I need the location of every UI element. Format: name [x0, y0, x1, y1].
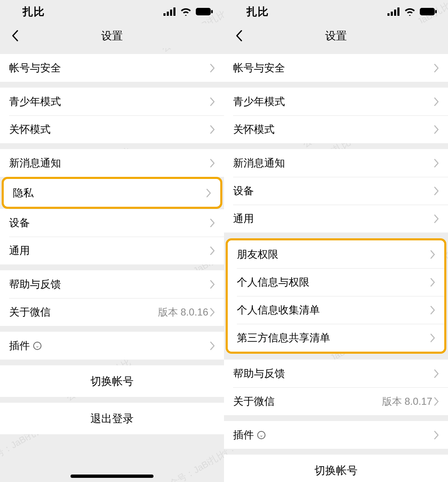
cell-notifications[interactable]: 新消息通知 — [224, 149, 448, 177]
nav-bar: 设置 — [0, 23, 224, 48]
cell-teen-mode[interactable]: 青少年模式 — [0, 88, 224, 115]
chevron-right-icon — [434, 97, 439, 106]
chevron-right-icon — [210, 308, 215, 317]
chevron-right-icon — [210, 159, 215, 168]
svg-rect-6 — [387, 13, 390, 16]
svg-rect-2 — [170, 10, 172, 16]
carrier-label: 扎比 — [22, 5, 45, 19]
cell-friend-permissions[interactable]: 朋友权限 — [228, 240, 444, 268]
chevron-right-icon — [210, 125, 215, 134]
cell-label: 第三方信息共享清单 — [237, 331, 430, 345]
wifi-icon — [180, 7, 192, 16]
chevron-right-icon — [434, 369, 439, 378]
cell-about-wechat[interactable]: 关于微信 版本 8.0.16 — [0, 298, 224, 326]
chevron-right-icon — [434, 159, 439, 168]
phone-left: 公众号：JaBi扎比 公众号：JaBi扎比 公众号：JaBi扎比 公众号：JaB… — [0, 0, 224, 482]
cell-notifications[interactable]: 新消息通知 — [0, 149, 224, 177]
chevron-right-icon — [430, 333, 435, 343]
cell-personal-info-list[interactable]: 个人信息收集清单 — [228, 296, 444, 324]
highlight-privacy-group: 朋友权限 个人信息与权限 个人信息收集清单 第三方信息共享清单 — [226, 238, 446, 354]
cell-label: 帮助与反馈 — [9, 277, 210, 291]
cell-label: 通用 — [9, 244, 210, 257]
chevron-right-icon — [434, 125, 439, 134]
cell-devices[interactable]: 设备 — [0, 209, 224, 237]
cell-help-feedback[interactable]: 帮助与反馈 — [0, 270, 224, 298]
battery-icon — [420, 7, 437, 16]
page-title: 设置 — [325, 29, 347, 43]
back-button[interactable] — [7, 27, 23, 44]
cell-label: 关于微信 — [9, 305, 158, 319]
svg-rect-8 — [394, 10, 396, 16]
plugin-icon: ⌄ — [33, 342, 41, 350]
cell-privacy[interactable]: 隐私 — [4, 179, 220, 207]
comparison-canvas: 公众号：JaBi扎比 公众号：JaBi扎比 公众号：JaBi扎比 公众号：JaB… — [0, 0, 448, 482]
version-label: 版本 8.0.16 — [158, 306, 208, 319]
svg-rect-3 — [173, 7, 175, 16]
cell-label: 个人信息与权限 — [237, 275, 430, 289]
cell-label: 帐号与安全 — [233, 61, 434, 75]
cell-third-party-share-list[interactable]: 第三方信息共享清单 — [228, 324, 444, 352]
nav-bar: 设置 — [224, 23, 448, 48]
cell-care-mode[interactable]: 关怀模式 — [224, 115, 448, 143]
cell-label: 帐号与安全 — [9, 61, 210, 75]
svg-rect-1 — [167, 12, 169, 16]
cell-plugins[interactable]: 插件 ⌄ — [0, 332, 224, 360]
phone-right: 公众号：JaBi扎比 公众号：JaBi扎比 公众号：JaBi扎比 公众号：JaB… — [224, 0, 448, 482]
switch-account-button[interactable]: 切换帐号 — [224, 455, 448, 482]
svg-rect-7 — [391, 12, 393, 16]
chevron-right-icon — [430, 250, 435, 259]
home-indicator — [71, 475, 153, 478]
cell-label: 朋友权限 — [237, 247, 430, 261]
chevron-right-icon — [210, 64, 215, 73]
cell-label: 青少年模式 — [9, 95, 210, 108]
svg-rect-4 — [196, 8, 211, 15]
action-label: 退出登录 — [90, 411, 134, 426]
switch-account-button[interactable]: 切换帐号 — [0, 365, 224, 397]
chevron-right-icon — [206, 188, 211, 198]
plugin-icon: ⌄ — [257, 431, 265, 439]
cell-care-mode[interactable]: 关怀模式 — [0, 115, 224, 143]
cell-devices[interactable]: 设备 — [224, 177, 448, 205]
chevron-right-icon — [430, 306, 435, 315]
chevron-right-icon — [434, 431, 439, 440]
chevron-right-icon — [434, 64, 439, 73]
cell-help-feedback[interactable]: 帮助与反馈 — [224, 360, 448, 387]
cell-account-security[interactable]: 帐号与安全 — [0, 54, 224, 82]
cell-teen-mode[interactable]: 青少年模式 — [224, 88, 448, 115]
chevron-right-icon — [210, 280, 215, 289]
cell-general[interactable]: 通用 — [224, 205, 448, 232]
action-label: 切换帐号 — [90, 374, 134, 389]
cell-label: 设备 — [9, 216, 210, 230]
action-label: 切换帐号 — [314, 463, 358, 478]
chevron-right-icon — [210, 246, 215, 255]
logout-button[interactable]: 退出登录 — [0, 403, 224, 434]
cell-about-wechat[interactable]: 关于微信 版本 8.0.17 — [224, 387, 448, 415]
cell-label: 新消息通知 — [233, 156, 434, 170]
cell-label: 帮助与反馈 — [233, 367, 434, 380]
chevron-right-icon — [434, 214, 439, 223]
cell-account-security[interactable]: 帐号与安全 — [224, 54, 448, 82]
cell-label: 新消息通知 — [9, 156, 210, 170]
carrier-label: 扎比 — [246, 5, 269, 19]
chevron-right-icon — [434, 186, 439, 196]
svg-rect-11 — [435, 10, 437, 13]
cell-label-text: 插件 — [233, 428, 254, 442]
chevron-left-icon — [12, 30, 18, 42]
chevron-left-icon — [236, 30, 242, 42]
cell-plugins[interactable]: 插件 ⌄ — [224, 421, 448, 449]
battery-icon — [196, 7, 213, 16]
back-button[interactable] — [231, 27, 247, 44]
cell-general[interactable]: 通用 — [0, 237, 224, 264]
cell-label: 插件 ⌄ — [9, 339, 210, 352]
highlight-privacy: 隐私 — [2, 177, 222, 209]
svg-rect-0 — [163, 13, 166, 16]
status-icons — [387, 7, 437, 16]
svg-rect-10 — [420, 8, 435, 15]
svg-rect-5 — [211, 10, 213, 13]
cell-personal-info-permissions[interactable]: 个人信息与权限 — [228, 268, 444, 296]
cell-label: 个人信息收集清单 — [237, 303, 430, 317]
cell-label: 隐私 — [13, 186, 206, 200]
status-bar: 扎比 — [0, 0, 224, 23]
cell-label: 通用 — [233, 212, 434, 225]
chevron-right-icon — [434, 397, 439, 406]
